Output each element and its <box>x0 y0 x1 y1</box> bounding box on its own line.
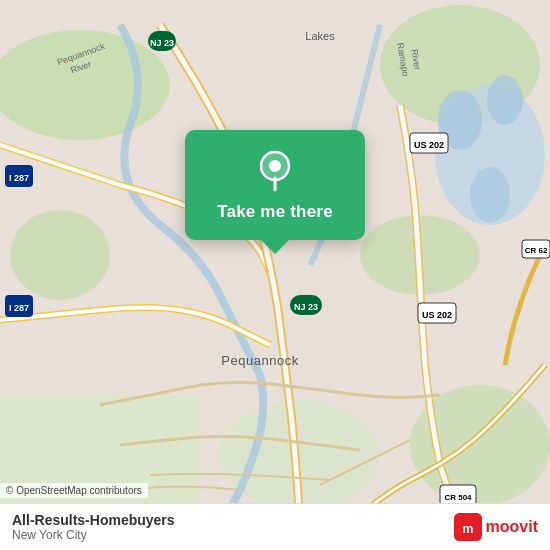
copyright-bar: © OpenStreetMap contributors <box>0 483 148 498</box>
svg-point-35 <box>269 160 281 172</box>
svg-text:River: River <box>69 59 92 76</box>
svg-text:CR 62: CR 62 <box>525 246 548 255</box>
svg-text:US 202: US 202 <box>414 140 444 150</box>
svg-point-11 <box>470 167 510 223</box>
svg-text:m: m <box>462 522 473 536</box>
svg-rect-14 <box>5 295 33 317</box>
svg-point-5 <box>360 215 480 295</box>
location-pin-icon <box>253 148 297 192</box>
svg-rect-24 <box>440 485 476 505</box>
svg-rect-18 <box>290 295 322 315</box>
svg-rect-26 <box>522 240 550 258</box>
svg-point-10 <box>487 75 523 125</box>
svg-point-8 <box>410 385 550 505</box>
svg-rect-20 <box>410 133 448 153</box>
svg-text:I 287: I 287 <box>9 303 29 313</box>
svg-text:CR 504: CR 504 <box>444 493 472 502</box>
svg-point-3 <box>435 85 545 225</box>
map-container: I 287 I 287 NJ 23 NJ 23 US 202 US 202 CR… <box>0 0 550 550</box>
location-title: All-Results-Homebuyers <box>12 512 175 528</box>
svg-text:Pequannock: Pequannock <box>221 353 298 368</box>
svg-text:NJ 23: NJ 23 <box>294 302 318 312</box>
bottom-bar-info: All-Results-Homebuyers New York City <box>12 512 175 542</box>
svg-text:River: River <box>409 48 422 70</box>
svg-rect-16 <box>148 31 176 51</box>
svg-rect-12 <box>5 165 33 187</box>
take-me-there-button[interactable]: Take me there <box>217 202 333 222</box>
svg-text:US 202: US 202 <box>422 310 452 320</box>
bottom-bar: All-Results-Homebuyers New York City m m… <box>0 503 550 550</box>
copyright-text: © OpenStreetMap contributors <box>6 485 142 496</box>
svg-rect-0 <box>0 25 550 525</box>
svg-text:Lakes: Lakes <box>305 30 335 42</box>
svg-text:I 287: I 287 <box>9 173 29 183</box>
svg-point-4 <box>10 210 110 300</box>
svg-point-1 <box>0 30 170 140</box>
svg-text:NJ 23: NJ 23 <box>150 38 174 48</box>
popup-card: Take me there <box>185 130 365 240</box>
svg-point-2 <box>380 5 540 125</box>
svg-point-7 <box>220 400 380 510</box>
svg-rect-22 <box>418 303 456 323</box>
svg-text:Pequannock: Pequannock <box>56 41 107 68</box>
location-subtitle: New York City <box>12 528 175 542</box>
moovit-logo[interactable]: m moovit <box>454 513 538 541</box>
svg-point-9 <box>438 90 482 150</box>
svg-text:Ramapo: Ramapo <box>395 42 411 77</box>
moovit-icon: m <box>454 513 482 541</box>
moovit-text: moovit <box>486 518 538 536</box>
